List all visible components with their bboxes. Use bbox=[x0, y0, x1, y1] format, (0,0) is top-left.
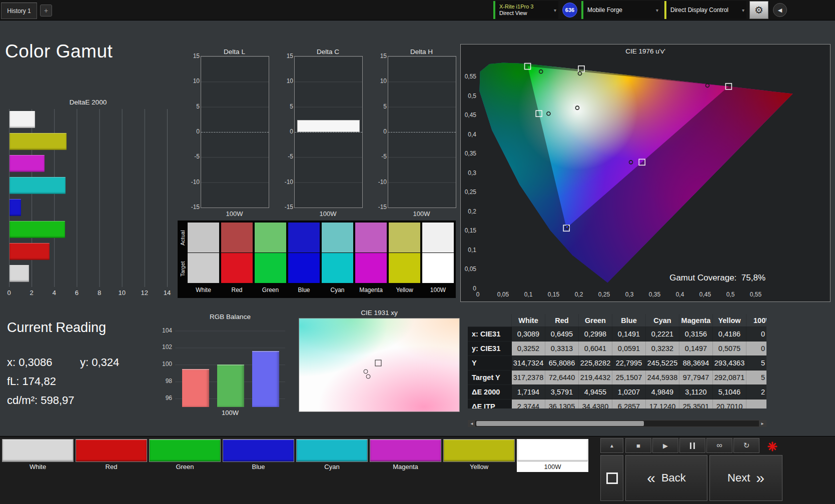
table-cell: 1,0207 bbox=[612, 385, 646, 399]
table-cell: 5 bbox=[746, 370, 766, 384]
delta-c-title: Delta C bbox=[294, 48, 362, 56]
patch-label: White bbox=[2, 462, 74, 472]
delta-l-xlabel: 100W bbox=[201, 210, 268, 218]
swatch-actual bbox=[422, 222, 454, 252]
swatch-label: Magenta bbox=[355, 285, 387, 295]
cie1976-diagram bbox=[478, 59, 808, 289]
delta-h-xlabel: 100W bbox=[388, 210, 455, 218]
scroll-left-button[interactable]: ◄ bbox=[468, 420, 475, 426]
rgb-axis-tick: 104 bbox=[162, 327, 172, 334]
scrollbar-thumb[interactable] bbox=[476, 421, 644, 426]
next-button[interactable]: Next » bbox=[709, 455, 782, 501]
stop-button[interactable]: ■ bbox=[625, 438, 651, 453]
patch-button-cyan[interactable]: Cyan bbox=[296, 439, 368, 472]
cie1931-title: CIE 1931 xy bbox=[299, 309, 460, 316]
refresh-icon: ↻ bbox=[743, 441, 750, 450]
history-tab[interactable]: History 1 bbox=[1, 2, 37, 19]
gear-icon: ⚙ bbox=[754, 4, 763, 16]
swatch-actual bbox=[355, 222, 387, 252]
table-scrollbar[interactable]: ◄ ► bbox=[468, 420, 766, 427]
history-tab-label: History 1 bbox=[7, 8, 31, 14]
swatch-column-cyan: Cyan bbox=[322, 222, 353, 296]
measure-indicator-button[interactable] bbox=[762, 440, 782, 453]
table-cell: 0,6041 bbox=[579, 342, 612, 356]
gamut-coverage: Gamut Coverage: 75,8% bbox=[575, 273, 765, 283]
reading-x: x: 0,3086 bbox=[7, 356, 53, 369]
delta-axis-tick: -15 bbox=[191, 204, 200, 210]
rgb-balance-axis: 1041021009896 bbox=[156, 324, 172, 407]
infinity-icon: ∞ bbox=[716, 441, 722, 450]
add-tab-button[interactable]: + bbox=[40, 4, 52, 16]
swatch-label: Red bbox=[221, 285, 253, 295]
cie-y-tick: 0,05 bbox=[461, 266, 476, 272]
delta-axis-tick: -5 bbox=[381, 153, 387, 160]
delta-axis-tick: 10 bbox=[193, 78, 200, 84]
meter-mode: Direct View bbox=[499, 10, 533, 16]
scroll-right-button[interactable]: ► bbox=[759, 420, 766, 426]
patch-button-yellow[interactable]: Yellow bbox=[443, 439, 515, 472]
rgb-bar-red bbox=[182, 369, 209, 407]
delta-axis-tick: -5 bbox=[288, 153, 293, 160]
patch-button-magenta[interactable]: Magenta bbox=[370, 439, 441, 472]
rgb-balance-xlabel: 100W bbox=[175, 409, 285, 416]
table-cell: 5,1046 bbox=[713, 385, 746, 399]
pattern-source-dropdown[interactable]: Mobile Forge ▾ bbox=[581, 1, 660, 19]
gamut-coverage-label: Gamut Coverage: bbox=[669, 273, 736, 282]
play-button[interactable]: ▶ bbox=[652, 438, 678, 453]
cie-y-tick: 0,55 bbox=[461, 73, 476, 80]
top-bar: History 1 + X-Rite i1Pro 3 Direct View ▾… bbox=[0, 0, 835, 20]
table-row: y: CIE310,32520,33130,60410,05910,32320,… bbox=[468, 342, 766, 356]
patch-button-red[interactable]: Red bbox=[76, 439, 147, 472]
table-row-label: ΔE 2000 bbox=[468, 385, 512, 399]
scroll-left-icon: ◄ bbox=[470, 422, 474, 426]
delta-axis-tick: -15 bbox=[285, 204, 293, 210]
rgb-bar-green bbox=[217, 364, 244, 407]
swatch-column-magenta: Magenta bbox=[355, 222, 387, 296]
stop-pattern-button[interactable] bbox=[600, 455, 623, 501]
patch-button-100w[interactable]: 100W bbox=[517, 439, 588, 472]
swatch-target bbox=[188, 253, 219, 283]
meter-dropdown[interactable]: X-Rite i1Pro 3 Direct View ▾ bbox=[493, 1, 558, 19]
display-control-dropdown[interactable]: Direct Display Control ▾ bbox=[664, 1, 746, 19]
actual-row-label: Actual bbox=[179, 224, 186, 252]
patch-button-blue[interactable]: Blue bbox=[223, 439, 294, 472]
swatch-target bbox=[355, 253, 387, 283]
settings-button[interactable]: ⚙ bbox=[749, 1, 768, 19]
calman-app: History 1 + X-Rite i1Pro 3 Direct View ▾… bbox=[0, 0, 835, 504]
patch-label: Cyan bbox=[296, 462, 368, 472]
cie31-measured-marker bbox=[366, 374, 370, 379]
table-row-label: ΔE ITP bbox=[468, 400, 512, 408]
table-header-cell: Green bbox=[579, 314, 612, 326]
deltae-chart bbox=[9, 109, 168, 287]
table-cell: 245,5225 bbox=[646, 356, 679, 370]
swatch-actual bbox=[255, 222, 286, 252]
swatch-column-100w: 100W bbox=[422, 222, 454, 296]
delta-axis-tick: 5 bbox=[290, 103, 293, 110]
table-header-cell bbox=[468, 314, 512, 326]
table-cell: 0,2221 bbox=[646, 327, 679, 341]
next-chevrons-icon: » bbox=[756, 470, 764, 486]
table-cell: 219,4432 bbox=[579, 370, 612, 384]
continuous-measure-button[interactable]: ∞ bbox=[706, 438, 732, 453]
table-cell: 97,7947 bbox=[679, 370, 713, 384]
cie31-target-marker bbox=[375, 360, 382, 366]
table-header-cell: 100W bbox=[746, 314, 766, 326]
table-cell: 0,2998 bbox=[579, 327, 612, 341]
pause-button[interactable] bbox=[679, 438, 705, 453]
refresh-button[interactable]: ↻ bbox=[733, 438, 759, 453]
deltae-axis-tick: 12 bbox=[140, 289, 150, 296]
reading-y: y: 0,324 bbox=[80, 356, 119, 369]
swatch-target bbox=[255, 253, 286, 283]
patch-label: Yellow bbox=[443, 462, 515, 472]
cie-x-tick: 0,45 bbox=[695, 291, 715, 298]
table-cell: 4,9455 bbox=[579, 385, 612, 399]
patch-button-white[interactable]: White bbox=[2, 439, 74, 472]
caret-up-button[interactable]: ▲ bbox=[600, 438, 623, 453]
patch-button-green[interactable]: Green bbox=[149, 439, 221, 472]
back-button[interactable]: « Back bbox=[625, 455, 707, 501]
table-cell: 25,1507 bbox=[612, 370, 646, 384]
collapse-panel-button[interactable]: ◀ bbox=[773, 3, 787, 17]
deltae-bar-white bbox=[10, 265, 29, 282]
table-cell: 2 bbox=[746, 385, 766, 399]
cie-x-tick: 0,55 bbox=[746, 291, 766, 298]
